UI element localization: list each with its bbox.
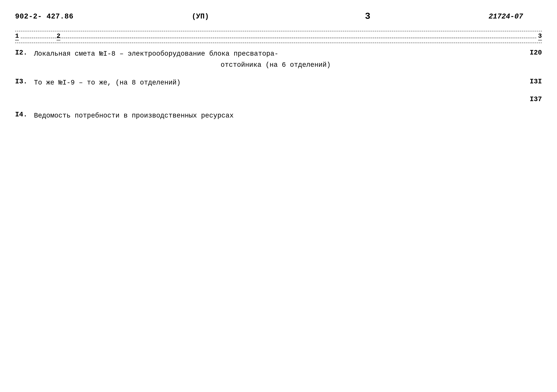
item-text-i3: То же №I-9 – то же, (на 8 отделений) (34, 78, 517, 88)
header-date-code: 21724-07 (489, 12, 523, 21)
item-number-i4: I4. (15, 111, 34, 118)
list-item: I37 (15, 96, 542, 103)
item-number-i2: I2. (15, 49, 34, 57)
content-section: I2. Локальная смета №I-8 – электрооборуд… (15, 49, 542, 121)
header-doc-number: 902-2- 427.86 (15, 12, 73, 21)
header-page-number: 3 (365, 11, 370, 22)
list-item: I3. То же №I-9 – то же, (на 8 отделений)… (15, 78, 542, 88)
item-text-i2-line2: отстойника (на 6 отделений) (34, 60, 517, 70)
item-text-i3-line1: То же №I-9 – то же, (на 8 отделений) (34, 78, 517, 88)
dashes-between-col2-col3 (66, 38, 519, 38)
bottom-dashed-line (15, 43, 542, 43)
columns-label-row: 1 2 3 (15, 33, 542, 42)
col2-label: 2 (57, 33, 60, 40)
item-text-i2-line1: Локальная смета №I-8 – электрооборудован… (34, 49, 517, 59)
item-number-i3: I3. (15, 78, 34, 85)
item-page-137: I37 (517, 96, 542, 103)
item-text-i4-line1: Ведомость потребности в производственных… (34, 111, 517, 121)
page: 902-2- 427.86 (УП) 3 21724-07 1 2 3 I2. … (0, 0, 557, 392)
list-item: I2. Локальная смета №I-8 – электрооборуд… (15, 49, 542, 70)
item-page-i3: I3I (517, 78, 542, 85)
item-page-i2: I20 (517, 49, 542, 57)
item-text-i4: Ведомость потребности в производственных… (34, 111, 517, 121)
item-text-i2: Локальная смета №I-8 – электрооборудован… (34, 49, 517, 70)
list-item: I4. Ведомость потребности в производстве… (15, 111, 542, 121)
top-dashed-line (15, 31, 542, 31)
header-center-left: (УП) (192, 12, 209, 21)
divider-section: 1 2 3 (15, 31, 542, 43)
col1-label: 1 (15, 33, 19, 40)
header-row: 902-2- 427.86 (УП) 3 21724-07 (15, 11, 542, 22)
col3-label: 3 (538, 33, 542, 40)
